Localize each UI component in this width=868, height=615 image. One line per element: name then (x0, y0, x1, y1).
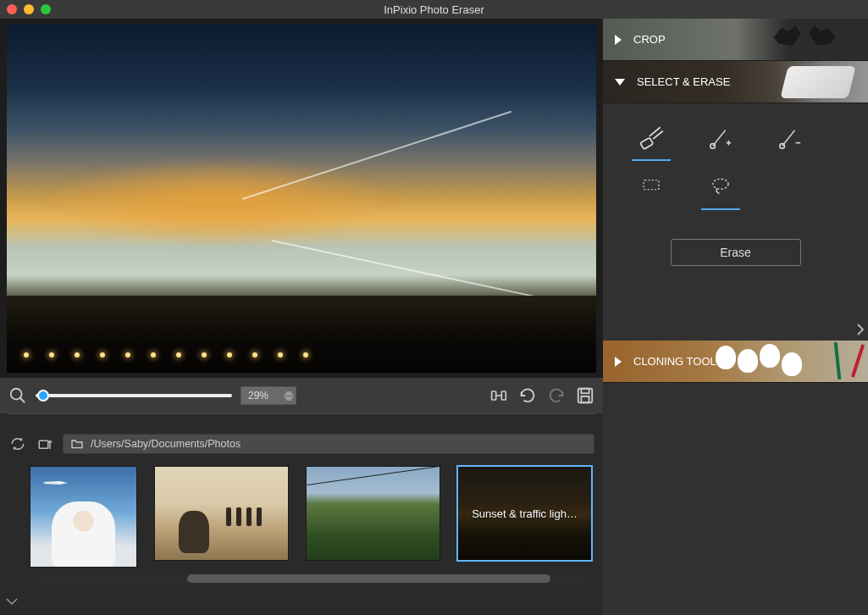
svg-point-16 (713, 179, 728, 189)
canvas-area (0, 19, 603, 378)
brush-subtract-tool-button[interactable] (772, 120, 808, 156)
file-path-strip: /Users/Saby/Documents/Photos (0, 429, 603, 458)
svg-rect-7 (581, 396, 589, 402)
titlebar: InPixio Photo Eraser (0, 0, 868, 19)
svg-line-1 (20, 398, 25, 403)
zoom-percent-field[interactable]: 29% (240, 386, 296, 405)
erase-tools-area: Erase (603, 103, 868, 341)
fit-to-screen-icon[interactable] (489, 386, 508, 405)
brush-add-tool-button[interactable] (703, 120, 738, 156)
svg-rect-2 (492, 391, 496, 400)
undo-icon[interactable] (518, 386, 537, 405)
crop-graphic (773, 25, 836, 46)
svg-rect-3 (501, 391, 506, 400)
up-folder-icon[interactable] (36, 435, 54, 453)
path-text: /Users/Saby/Documents/Photos (91, 438, 240, 450)
expand-right-button[interactable] (851, 317, 868, 342)
clone-panel-header[interactable]: CLONING TOOL (603, 341, 868, 383)
minimize-window-button[interactable] (24, 4, 34, 14)
erase-panel-label: SELECT & ERASE (637, 75, 730, 88)
thumbnail[interactable] (155, 467, 288, 560)
crop-panel-label: CROP (633, 33, 666, 46)
zoom-slider[interactable] (36, 394, 232, 397)
thumbnail-selected[interactable]: Sunset & traffic ligh… (458, 467, 591, 560)
zoom-stepper[interactable] (284, 387, 294, 404)
erase-button[interactable]: Erase (671, 239, 801, 266)
thumbnail-scrollbar[interactable] (30, 573, 589, 584)
content: 29% (0, 19, 868, 615)
canvas-actions (489, 386, 594, 405)
thumbnail-strip: Sunset & traffic ligh… (0, 458, 603, 568)
maximize-window-button[interactable] (41, 4, 51, 14)
clone-panel-label: CLONING TOOL (633, 355, 716, 368)
eraser-graphic (780, 66, 855, 98)
thumbnail-label: Sunset & traffic ligh… (458, 507, 591, 520)
crop-panel-header[interactable]: CROP (603, 19, 868, 61)
eraser-tool-button[interactable] (633, 120, 669, 156)
svg-point-0 (11, 389, 22, 400)
zoom-slider-thumb[interactable] (37, 390, 49, 402)
zoom-icon[interactable] (8, 386, 27, 405)
svg-rect-6 (581, 389, 589, 394)
svg-rect-8 (39, 440, 48, 448)
zoom-percent-value: 29% (248, 390, 268, 402)
close-window-button[interactable] (7, 4, 17, 14)
save-icon[interactable] (576, 386, 594, 405)
expand-icon (615, 35, 622, 45)
folder-icon (70, 437, 84, 451)
thumbnail[interactable] (30, 467, 136, 567)
lasso-tool-button[interactable] (703, 169, 738, 205)
left-pane: 29% (0, 19, 603, 615)
thumbnail[interactable] (307, 467, 440, 560)
refresh-icon[interactable] (8, 435, 27, 453)
zoom-strip: 29% (0, 378, 603, 413)
window-controls (7, 4, 51, 14)
collapse-browser-button[interactable] (0, 584, 603, 614)
collapse-icon (615, 79, 625, 86)
right-panel: CROP SELECT & ERASE (603, 19, 868, 615)
image-canvas[interactable] (7, 24, 596, 373)
redo-icon[interactable] (547, 386, 566, 405)
svg-rect-9 (640, 138, 653, 150)
erase-panel-header[interactable]: SELECT & ERASE (603, 61, 868, 103)
svg-rect-15 (644, 180, 659, 190)
thumbnail-scrollbar-thumb[interactable] (187, 574, 550, 583)
clone-graphic (709, 341, 868, 382)
app-title: InPixio Photo Eraser (0, 3, 868, 16)
marquee-tool-button[interactable] (633, 169, 669, 205)
path-input[interactable]: /Users/Saby/Documents/Photos (63, 434, 594, 454)
expand-icon (615, 357, 622, 367)
